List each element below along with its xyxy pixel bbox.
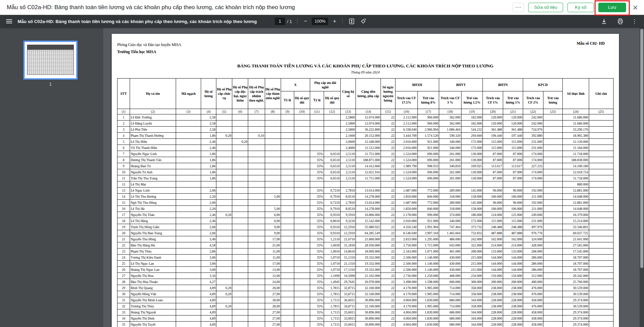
table-cell: 4,89 <box>201 303 216 309</box>
col-x-quy-doi: Hệ số quy đổi <box>294 91 310 109</box>
table-cell: 22 <box>117 242 130 248</box>
table-cell: 1.086.464 <box>439 127 461 133</box>
table-cell: 248.488 <box>503 224 523 230</box>
table-cell: 35% <box>310 206 324 212</box>
table-cell <box>294 200 310 206</box>
table-cell: 318.000 <box>439 194 461 200</box>
table-cell <box>216 218 232 224</box>
col-bhtn-luong: Trừ vào lương 1% <box>503 91 523 109</box>
table-cell: 172.000 <box>461 145 483 151</box>
table-cell: Dương Thị Thanh Vân <box>130 157 176 163</box>
table-cell <box>589 303 614 309</box>
table-cell <box>281 230 294 236</box>
table-cell <box>281 285 294 291</box>
table-cell <box>461 181 483 188</box>
print-icon[interactable] <box>615 17 626 26</box>
more-options-icon[interactable]: ⋮ <box>629 18 639 25</box>
table-cell: 144.000 <box>483 267 503 273</box>
table-cell <box>294 261 310 267</box>
table-cell: 1,86 <box>201 157 216 163</box>
more-button[interactable]: ··· <box>513 3 524 12</box>
table-cell <box>265 175 281 181</box>
fit-to-page-icon[interactable] <box>346 17 358 26</box>
table-cell: 487.888 <box>503 230 523 236</box>
table-cell <box>248 218 265 224</box>
table-cell: 1.715.000 <box>417 242 439 248</box>
table-cell: 29.374.000 <box>563 297 589 303</box>
zoom-level[interactable]: 100% <box>312 18 328 25</box>
table-cell: 1,86 <box>201 133 216 139</box>
column-number: (9) <box>281 109 294 114</box>
table-cell: 696.000 <box>417 169 439 175</box>
table-cell <box>543 303 562 309</box>
table-cell <box>216 230 232 236</box>
zoom-out-icon[interactable]: − <box>301 18 310 25</box>
table-cell: 22 <box>381 139 395 145</box>
column-number: (19) <box>461 109 483 114</box>
table-cell <box>265 181 281 188</box>
table-cell: 130.000 <box>461 157 483 163</box>
table-cell <box>176 188 201 194</box>
table-cell <box>543 206 562 212</box>
close-icon[interactable]: × <box>631 3 640 12</box>
table-cell: 35% <box>310 230 324 236</box>
table-cell: 1,7115 <box>324 309 340 315</box>
table-cell <box>281 261 294 267</box>
save-button[interactable]: Lưu <box>598 3 626 12</box>
table-cell: 87.000 <box>483 169 503 175</box>
col-kpcd-cf: Trích vào CF 2% <box>523 91 543 109</box>
table-row: 11Trần Thị Thu Trang1,8635%0,65102,51101… <box>117 175 614 181</box>
table-cell: 144.000 <box>503 261 523 267</box>
table-cell: 8.546.040 <box>395 230 418 236</box>
titlebar-actions: ··· Sửa số liệu Ký số Lưu × <box>513 3 640 12</box>
col-pc-doc-hai: Hệ số Phụ cấp độc hại, nguy hiểm <box>232 79 248 109</box>
table-cell <box>589 194 614 200</box>
table-cell: 2.016.000 <box>395 218 418 224</box>
table-cell: 2,46 <box>201 218 216 224</box>
table-cell: 9,00 <box>265 230 281 236</box>
rotate-icon[interactable] <box>358 17 369 26</box>
table-cell <box>176 224 201 230</box>
col-x-ty-le: Tỷ lệ <box>281 91 294 109</box>
table-cell: 286.000 <box>523 255 543 261</box>
table-cell: 33,6015 <box>341 309 356 315</box>
table-cell: 1.830.000 <box>417 309 439 315</box>
table-cell: 9,3210 <box>341 218 356 224</box>
table-cell: 231.000 <box>523 145 543 151</box>
table-cell: 22 <box>381 230 395 236</box>
table-cell <box>176 236 201 242</box>
table-cell <box>543 261 562 267</box>
viewer-scrollbar[interactable] <box>640 28 644 327</box>
table-cell: 724.976 <box>523 127 543 133</box>
table-cell <box>216 145 232 151</box>
table-cell <box>248 188 265 194</box>
download-icon[interactable] <box>598 17 610 26</box>
table-cell <box>216 267 232 273</box>
table-cell <box>589 309 614 315</box>
table-cell: 4.004.000 <box>395 297 418 303</box>
table-cell: 120.000 <box>483 121 503 127</box>
table-cell: 2.112.000 <box>395 114 418 121</box>
page-thumbnail[interactable] <box>25 42 76 78</box>
scrollbar-thumb[interactable] <box>640 29 643 268</box>
column-number: (15) <box>381 109 395 114</box>
edit-data-button[interactable]: Sửa số liệu <box>528 3 563 12</box>
table-cell: 1.830.000 <box>417 315 439 322</box>
table-cell: 33,6015 <box>341 322 356 327</box>
table-cell <box>248 261 265 267</box>
table-cell: 1,86 <box>201 175 216 181</box>
page-number-input[interactable] <box>275 18 285 25</box>
table-cell: 12.448.000 <box>356 139 381 145</box>
table-cell: 33,6015 <box>341 315 356 322</box>
table-cell: 0,8610 <box>324 218 340 224</box>
sidebar-toggle-icon[interactable] <box>6 18 12 24</box>
table-cell <box>294 181 310 188</box>
table-cell: 0,6510 <box>324 163 340 169</box>
table-cell <box>324 181 340 188</box>
digital-sign-button[interactable]: Ký số <box>567 3 594 12</box>
table-cell: 11 <box>117 175 130 181</box>
table-cell: 2,5800 <box>341 121 356 127</box>
table-cell: 344.000 <box>461 315 483 322</box>
zoom-in-icon[interactable]: + <box>330 18 339 25</box>
table-cell: 268.000 <box>523 248 543 255</box>
